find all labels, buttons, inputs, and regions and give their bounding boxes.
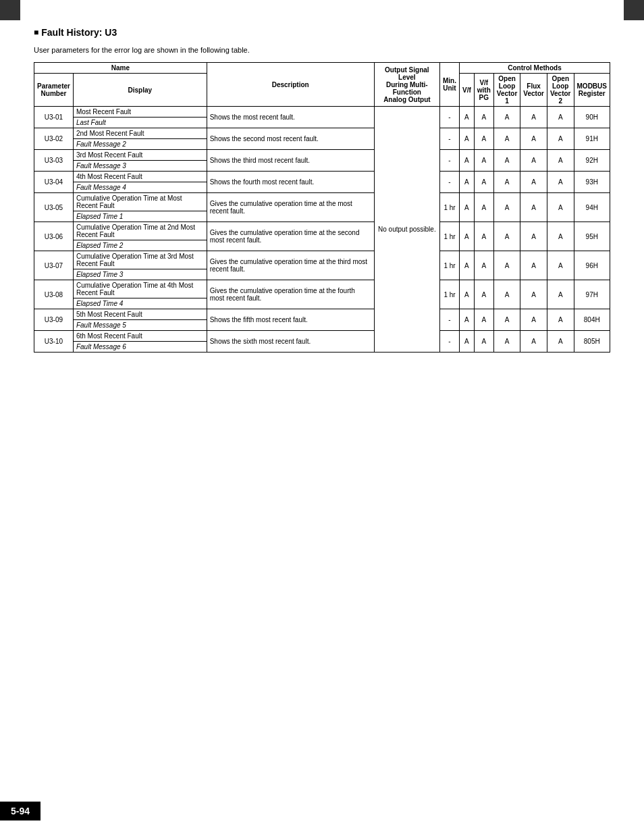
ol2-value: A <box>547 128 574 150</box>
vf_pg-value: A <box>474 280 493 309</box>
param-number: U3-09 <box>34 309 74 331</box>
description: Shows the sixth most recent fault. <box>207 331 374 353</box>
display-name-sub: Fault Message 5 <box>73 320 207 331</box>
display-name: Cumulative Operation Time at 3rd Most Re… <box>73 251 207 269</box>
modbus-header: MODBUSRegister <box>574 74 610 107</box>
display-name: 6th Most Recent Fault <box>73 331 207 342</box>
display-name: 5th Most Recent Fault <box>73 309 207 320</box>
ol2-value: A <box>547 193 574 222</box>
display-name-sub: Last Fault <box>73 118 207 128</box>
param-number: U3-03 <box>34 150 74 172</box>
table-row: U3-044th Most Recent FaultShows the four… <box>34 172 610 182</box>
min-unit: 1 hr <box>440 222 460 251</box>
vf-value: A <box>460 309 475 331</box>
param-number-header: ParameterNumber <box>34 74 74 107</box>
ol1-value: A <box>493 280 520 309</box>
min-unit: - <box>440 172 460 193</box>
table-row: U3-01Most Recent FaultShows the most rec… <box>34 107 610 118</box>
vf-pg-header: V/fwithPG <box>474 74 493 107</box>
vf_pg-value: A <box>474 128 493 150</box>
flux-value: A <box>520 309 547 331</box>
ol1-value: A <box>493 309 520 331</box>
description: Shows the second most recent fault. <box>207 128 374 150</box>
section-title: Fault History: U3 <box>34 27 610 38</box>
display-name-sub: Fault Message 3 <box>73 161 207 172</box>
display-name: 4th Most Recent Fault <box>73 172 207 182</box>
vf-value: A <box>460 172 475 193</box>
table-row: U3-08Cumulative Operation Time at 4th Mo… <box>34 280 610 298</box>
description: Gives the cumulative operation time at t… <box>207 193 374 222</box>
ol1-value: A <box>493 222 520 251</box>
fault-history-table: Name Description Output Signal LevelDuri… <box>34 62 610 353</box>
table-row: U3-06Cumulative Operation Time at 2nd Mo… <box>34 222 610 240</box>
min-unit-header: Min.Unit <box>440 63 460 107</box>
min-unit: - <box>440 107 460 128</box>
display-name: Cumulative Operation Time at 4th Most Re… <box>73 280 207 298</box>
ol2-header: OpenLoopVector2 <box>547 74 574 107</box>
flux-value: A <box>520 172 547 193</box>
vf_pg-value: A <box>474 251 493 280</box>
min-unit: 1 hr <box>440 251 460 280</box>
table-row: U3-095th Most Recent FaultShows the fift… <box>34 309 610 320</box>
ol1-value: A <box>493 128 520 150</box>
min-unit: - <box>440 331 460 353</box>
ol1-value: A <box>493 251 520 280</box>
flux-value: A <box>520 107 547 128</box>
intro-paragraph: User parameters for the error log are sh… <box>34 46 610 54</box>
min-unit: 1 hr <box>440 193 460 222</box>
ol1-value: A <box>493 331 520 353</box>
modbus-value: 96H <box>574 251 610 280</box>
flux-value: A <box>520 128 547 150</box>
display-name: Cumulative Operation Time at Most Recent… <box>73 193 207 211</box>
vf_pg-value: A <box>474 331 493 353</box>
vf-value: A <box>460 280 475 309</box>
description: Shows the most recent fault. <box>207 107 374 128</box>
min-unit: 1 hr <box>440 280 460 309</box>
flux-value: A <box>520 331 547 353</box>
modbus-value: 90H <box>574 107 610 128</box>
table-row: U3-106th Most Recent FaultShows the sixt… <box>34 331 610 342</box>
description: Shows the third most recent fault. <box>207 150 374 172</box>
param-number: U3-07 <box>34 251 74 280</box>
flux-value: A <box>520 193 547 222</box>
ol2-value: A <box>547 280 574 309</box>
display-name: Cumulative Operation Time at 2nd Most Re… <box>73 222 207 240</box>
description-header: Description <box>207 63 374 107</box>
name-header: Name <box>34 63 207 74</box>
display-name-sub: Elapsed Time 4 <box>73 298 207 309</box>
modbus-value: 804H <box>574 309 610 331</box>
display-name-sub: Fault Message 4 <box>73 182 207 193</box>
vf_pg-value: A <box>474 150 493 172</box>
param-number: U3-01 <box>34 107 74 128</box>
param-number: U3-02 <box>34 128 74 150</box>
vf-value: A <box>460 128 475 150</box>
vf-value: A <box>460 150 475 172</box>
ol1-value: A <box>493 193 520 222</box>
flux-value: A <box>520 222 547 251</box>
display-name-sub: Elapsed Time 2 <box>73 240 207 251</box>
min-unit: - <box>440 150 460 172</box>
modbus-value: 805H <box>574 331 610 353</box>
modbus-value: 93H <box>574 172 610 193</box>
min-unit: - <box>440 128 460 150</box>
display-header: Display <box>73 74 207 107</box>
vf-value: A <box>460 251 475 280</box>
ol2-value: A <box>547 222 574 251</box>
flux-value: A <box>520 150 547 172</box>
ol2-value: A <box>547 150 574 172</box>
description: Gives the cumulative operation time at t… <box>207 222 374 251</box>
flux-header: FluxVector <box>520 74 547 107</box>
param-number: U3-04 <box>34 172 74 193</box>
control-methods-header: Control Methods <box>460 63 610 74</box>
table-row: U3-022nd Most Recent FaultShows the seco… <box>34 128 610 139</box>
modbus-value: 95H <box>574 222 610 251</box>
table-row: U3-033rd Most Recent FaultShows the thir… <box>34 150 610 161</box>
ol2-value: A <box>547 172 574 193</box>
ol2-value: A <box>547 309 574 331</box>
param-number: U3-05 <box>34 193 74 222</box>
vf_pg-value: A <box>474 193 493 222</box>
modbus-value: 91H <box>574 128 610 150</box>
ol2-value: A <box>547 331 574 353</box>
output-signal: No output possible. <box>374 107 439 353</box>
min-unit: - <box>440 309 460 331</box>
